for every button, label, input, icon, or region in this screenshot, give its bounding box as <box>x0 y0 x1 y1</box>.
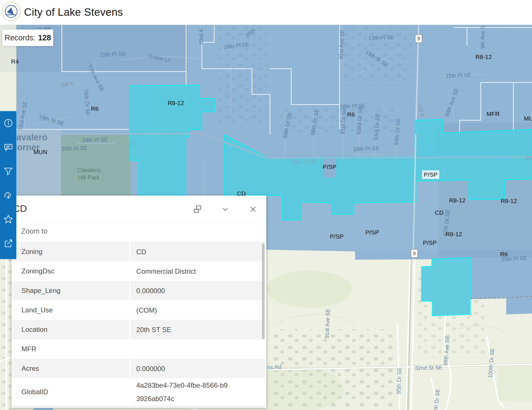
table-row: ZoningCD <box>11 242 266 261</box>
city-seal-logo <box>2 2 21 21</box>
feature-popup: CD Zoom to ZoningCDZoningDscCommercia <box>11 196 266 408</box>
download-button[interactable] <box>0 183 16 207</box>
chevron-down-icon <box>221 205 230 214</box>
field-label: ZoningDsc <box>11 261 129 281</box>
field-value: CD <box>130 242 265 261</box>
field-value: 0.000000 <box>130 281 265 300</box>
comment-button[interactable] <box>0 135 16 159</box>
highway-shield: 9 <box>411 249 418 258</box>
star-icon <box>3 214 13 224</box>
close-button[interactable] <box>247 203 259 216</box>
filter-button[interactable] <box>0 159 16 183</box>
app-header: City of Lake Stevens <box>0 0 532 25</box>
page-title: City of Lake Stevens <box>24 6 123 18</box>
field-value: 20th ST SE <box>130 320 265 339</box>
table-row: Land_Use(COM) <box>11 300 266 320</box>
table-row: MFR <box>11 339 266 359</box>
field-label: MFR <box>11 339 129 359</box>
table-row: Location20th ST SE <box>11 320 266 339</box>
field-label: Land_Use <box>11 300 129 320</box>
close-icon <box>249 205 257 214</box>
field-label: Acres <box>11 359 129 378</box>
favorites-button[interactable] <box>0 207 16 231</box>
field-label: Zoning <box>11 242 129 261</box>
comment-icon <box>3 142 13 152</box>
share-button[interactable] <box>0 231 16 255</box>
psp-pocket <box>323 159 336 178</box>
field-label: GlobalID <box>11 378 129 405</box>
cavalero-hill-park <box>61 135 130 196</box>
table-row: Shape_Leng0.000000 <box>11 281 266 300</box>
table-row: GlobalID4a283be4-73e0-4fbe-8566-b93926ab… <box>11 378 266 405</box>
collapse-button[interactable] <box>219 203 232 216</box>
app-window: 14th Pl SER415th Pl SEGrace Ln14th Pl SE… <box>0 0 532 410</box>
field-label: Location <box>11 320 129 339</box>
records-value: 128 <box>38 33 51 42</box>
records-count-badge: Records: 128 <box>2 29 53 46</box>
highway-shield: 9 <box>415 34 422 43</box>
table-row: Acres0.000000 <box>11 359 266 378</box>
field-value: 4a283be4-73e0-4fbe-8566-b93926ab074c <box>130 378 265 405</box>
field-value <box>130 339 265 359</box>
field-value: (COM) <box>130 300 265 320</box>
mun-zone-block <box>16 130 61 196</box>
table-row: ZoningDscCommercial District <box>11 261 266 281</box>
popup-header: CD <box>11 196 266 223</box>
filter-icon <box>3 166 13 176</box>
zoom-to-link[interactable]: Zoom to <box>21 227 48 235</box>
attribute-table: ZoningCDZoningDscCommercial DistrictShap… <box>11 242 266 405</box>
field-label: Shape_Leng <box>11 281 129 300</box>
cloud-download-icon <box>3 190 13 200</box>
attribute-table-next-row-sliver <box>11 405 266 408</box>
dock-icon <box>193 205 202 214</box>
popup-scrollbar[interactable] <box>262 243 265 339</box>
dock-button[interactable] <box>191 203 204 216</box>
info-button[interactable] <box>0 111 16 135</box>
export-icon <box>3 238 13 248</box>
records-label: Records: <box>5 33 36 42</box>
field-value: 0.000000 <box>130 359 265 378</box>
field-value: Commercial District <box>130 261 265 281</box>
info-icon <box>3 118 13 128</box>
tool-sidebar <box>0 111 16 259</box>
